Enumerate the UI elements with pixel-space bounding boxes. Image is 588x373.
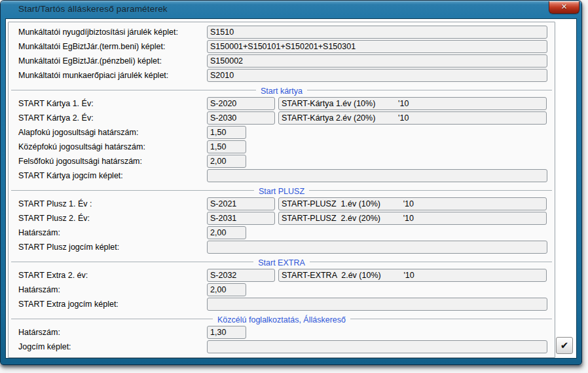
label-kozcelu-jogcim: Jogcím képlet: [18, 342, 71, 351]
input-start-kartya-jogcim[interactable] [207, 169, 547, 182]
close-button[interactable]: ✕ [549, 1, 579, 14]
input-start-extra-2ev-desc[interactable] [278, 269, 547, 282]
input-start-plusz-1ev-desc[interactable] [278, 197, 547, 210]
section-header-start-plusz: Start PLUSZ [9, 184, 555, 197]
row-felsofoku-hatarszam: Felsőfokú jogosultsági határszám: [9, 155, 555, 169]
row-egbizt-termbeni: Munkáltatói EgBiztJár.(term.beni) képlet… [9, 40, 555, 54]
row-start-extra-2ev: START Extra 2. év: [9, 269, 555, 283]
section-caption: Közcélú foglalkoztatás, Álláskereső [213, 315, 350, 324]
input-start-plusz-1ev-code[interactable] [207, 197, 275, 210]
parameters-panel: Munkáltatói nyugdíjbiztosítási járulék k… [8, 22, 555, 358]
row-start-kartya-1ev: START Kártya 1. Év: [9, 97, 555, 111]
label-egbizt-termbeni: Munkáltatói EgBiztJár.(term.beni) képlet… [18, 42, 165, 51]
input-egbizt-penzbeli[interactable] [207, 54, 547, 68]
input-start-plusz-2ev-code[interactable] [207, 212, 275, 225]
row-kozcelu-hatarszam: Határszám: [9, 326, 555, 340]
row-start-kartya-2ev: START Kártya 2. Év: [9, 111, 555, 126]
row-start-plusz-jogcim: START Plusz jogcím képlet: [9, 241, 555, 255]
label-plusz-hatarszam: Határszám: [18, 228, 60, 237]
row-kozcelu-jogcim: Jogcím képlet: [9, 340, 555, 355]
input-start-plusz-jogcim[interactable] [207, 241, 547, 254]
input-start-extra-jogcim[interactable] [207, 298, 547, 311]
check-icon: ✔ [557, 338, 572, 353]
label-start-plusz-jogcim: START Plusz jogcím képlet: [18, 243, 119, 252]
label-start-kartya-jogcim: START Kártya jogcím képlet: [18, 171, 123, 180]
label-start-plusz-2ev: START Plusz 2. Év: [18, 214, 90, 223]
input-start-kartya-1ev-desc[interactable] [278, 97, 547, 110]
input-start-extra-2ev-code[interactable] [207, 269, 275, 282]
input-start-kartya-1ev-code[interactable] [207, 97, 275, 110]
input-kozepfoku-hatarszam[interactable] [207, 140, 246, 153]
input-egbizt-termbeni[interactable] [207, 40, 547, 53]
title-bar[interactable]: Start/Tartós álláskereső paraméterek ✕ [1, 1, 581, 18]
dialog-window: Start/Tartós álláskereső paraméterek ✕ M… [0, 0, 582, 365]
label-kozcelu-hatarszam: Határszám: [18, 328, 60, 337]
row-alapfoku-hatarszam: Alapfokú jogosultsági határszám: [9, 126, 555, 140]
row-plusz-hatarszam: Határszám: [9, 226, 555, 241]
row-egbizt-penzbeli: Munkáltatói EgBiztJár.(pénzbeli) képlet: [9, 54, 555, 69]
input-start-plusz-2ev-desc[interactable] [278, 212, 547, 225]
input-start-kartya-2ev-desc[interactable] [278, 111, 547, 125]
label-egbizt-penzbeli: Munkáltatói EgBiztJár.(pénzbeli) képlet: [18, 56, 162, 66]
dialog-client-area: Munkáltatói nyugdíjbiztosítási járulék k… [6, 19, 576, 358]
label-nyugdij-keplet: Munkáltatói nyugdíjbiztosítási járulék k… [18, 28, 178, 37]
label-start-plusz-1ev: START Plusz 1. Év : [18, 199, 92, 208]
input-kozcelu-hatarszam[interactable] [207, 326, 246, 339]
input-alapfoku-hatarszam[interactable] [207, 126, 246, 139]
input-extra-hatarszam[interactable] [207, 283, 246, 296]
input-nyugdij-keplet[interactable] [207, 26, 547, 39]
input-munkaeropiaci[interactable] [207, 69, 547, 82]
label-start-extra-jogcim: START Extra jogcím képlet: [18, 300, 119, 309]
label-start-kartya-1ev: START Kártya 1. Év: [18, 99, 94, 108]
label-extra-hatarszam: Határszám: [18, 285, 60, 294]
section-caption: Start EXTRA [253, 258, 310, 267]
row-kozepfoku-hatarszam: Középfokú jogosultsági határszám: [9, 140, 555, 155]
row-nyugdij-keplet: Munkáltatói nyugdíjbiztosítási járulék k… [9, 26, 555, 40]
row-start-plusz-1ev: START Plusz 1. Év : [9, 197, 555, 212]
close-icon: ✕ [549, 1, 579, 12]
row-munkaeropiaci: Munkáltatói munkaerőpiaci járulék képlet… [9, 69, 555, 83]
section-header-start-kartya: Start kártya [9, 83, 555, 97]
row-start-plusz-2ev: START Plusz 2. Év: [9, 212, 555, 226]
label-felsofoku-hatarszam: Felsőfokú jogosultsági határszám: [18, 157, 142, 166]
section-header-start-extra: Start EXTRA [9, 255, 555, 269]
section-header-kozcelu: Közcélú foglalkoztatás, Álláskereső [9, 312, 555, 326]
input-kozcelu-jogcim[interactable] [207, 340, 547, 353]
label-alapfoku-hatarszam: Alapfokú jogosultsági határszám: [18, 128, 138, 137]
row-start-extra-jogcim: START Extra jogcím képlet: [9, 298, 555, 312]
section-caption: Start kártya [256, 87, 307, 96]
label-munkaeropiaci: Munkáltatói munkaerőpiaci járulék képlet… [18, 71, 168, 80]
section-caption: Start PLUSZ [254, 187, 309, 196]
label-kozepfoku-hatarszam: Középfokú jogosultsági határszám: [18, 142, 145, 151]
label-start-kartya-2ev: START Kártya 2. Év: [18, 113, 94, 123]
label-start-extra-2ev: START Extra 2. év: [18, 271, 88, 280]
row-start-kartya-jogcim: START Kártya jogcím képlet: [9, 169, 555, 184]
input-start-kartya-2ev-code[interactable] [207, 111, 275, 125]
row-extra-hatarszam: Határszám: [9, 283, 555, 298]
confirm-button[interactable]: ✔ [556, 337, 573, 354]
window-title: Start/Tartós álláskereső paraméterek [18, 4, 168, 14]
input-felsofoku-hatarszam[interactable] [207, 155, 246, 168]
input-plusz-hatarszam[interactable] [207, 226, 246, 239]
